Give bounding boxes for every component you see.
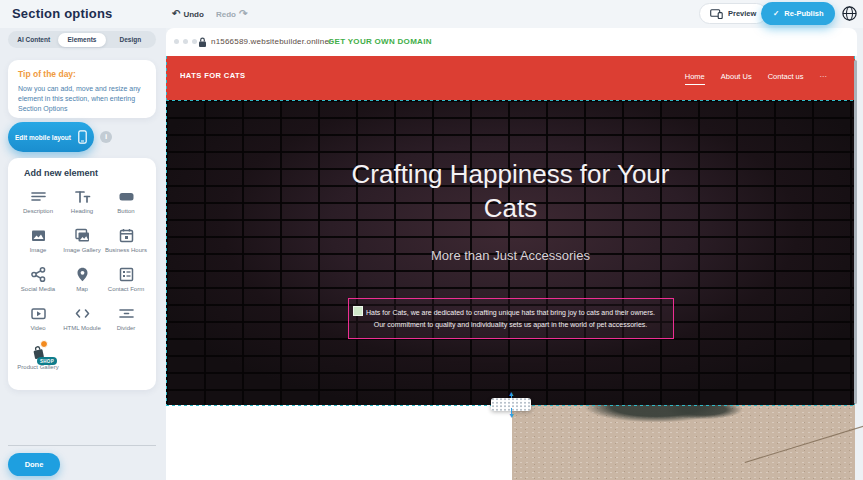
element-social-media[interactable]: Social Media	[16, 262, 60, 299]
business-hours-icon	[118, 227, 135, 244]
redo-icon: ↷	[239, 8, 247, 19]
lock-icon	[198, 37, 207, 48]
floor-seam-line	[745, 424, 863, 463]
add-element-title: Add new element	[24, 168, 148, 178]
carpet-photo	[512, 405, 855, 480]
page-title: Section options	[12, 6, 113, 21]
new-badge-icon	[40, 340, 48, 348]
tip-body: Now you can add, move and resize any ele…	[18, 84, 146, 114]
tab-elements[interactable]: Elements	[58, 33, 106, 47]
element-video[interactable]: Video	[16, 301, 60, 338]
info-icon[interactable]: i	[100, 131, 112, 143]
video-icon	[30, 305, 47, 322]
element-grid: Description Heading Button Image Image G…	[16, 184, 148, 377]
sidebar: AI Content Elements Design Tip of the da…	[0, 28, 166, 480]
url-text[interactable]: n1566589.websitebuilder.online/	[211, 28, 332, 56]
image-icon	[30, 227, 47, 244]
heading-icon	[74, 188, 91, 205]
undo-icon: ↶	[172, 8, 180, 19]
edit-mobile-layout-button[interactable]: Edit mobile layout	[8, 122, 94, 152]
element-button[interactable]: Button	[104, 184, 148, 221]
site-preview: HATS FOR CATS Home About Us Contact us ·…	[166, 56, 855, 480]
element-image[interactable]: Image	[16, 223, 60, 260]
sidebar-divider	[8, 445, 156, 446]
nav-about-us[interactable]: About Us	[721, 72, 752, 84]
element-product-gallery[interactable]: SHOP Product Gallery	[16, 340, 60, 377]
element-drag-handle[interactable]	[353, 306, 363, 316]
preview-label: Preview	[728, 9, 756, 18]
element-map[interactable]: Map	[60, 262, 104, 299]
hero-heading[interactable]: Crafting Happiness for Your Cats	[166, 158, 855, 226]
republish-label: Re-Publish	[784, 9, 823, 18]
devices-icon	[710, 9, 723, 19]
preview-scrollbar[interactable]	[854, 60, 857, 404]
add-element-panel: Add new element Description Heading Butt…	[8, 158, 156, 390]
globe-icon[interactable]	[841, 5, 858, 22]
browser-chrome: n1566589.websitebuilder.online/ GET YOUR…	[166, 28, 857, 56]
tab-design[interactable]: Design	[106, 33, 154, 47]
description-text: Hats for Cats, we are dedicated to craft…	[361, 307, 661, 330]
get-domain-link[interactable]: GET YOUR OWN DOMAIN	[328, 28, 432, 56]
preview-button[interactable]: Preview	[699, 3, 767, 24]
element-divider[interactable]: Divider	[104, 301, 148, 338]
element-description[interactable]: Description	[16, 184, 60, 221]
redo-button[interactable]: Redo↷	[216, 8, 247, 19]
button-icon	[118, 188, 135, 205]
phone-icon	[78, 130, 87, 144]
section-tabs: AI Content Elements Design	[8, 31, 156, 48]
hero-section[interactable]: Crafting Happiness for Your Cats More th…	[166, 100, 855, 405]
tip-title: Tip of the day:	[18, 69, 146, 79]
done-button[interactable]: Done	[8, 453, 60, 476]
republish-button[interactable]: ✓ Re-Publish	[761, 2, 835, 25]
hero-subheading[interactable]: More than Just Accessories	[166, 248, 855, 263]
nav-more-icon[interactable]: ···	[820, 72, 828, 84]
resize-arrow-down-icon: ▼	[508, 412, 515, 419]
contact-form-icon	[118, 266, 135, 283]
shop-badge: SHOP	[37, 357, 57, 365]
element-contact-form[interactable]: Contact Form	[104, 262, 148, 299]
divider-icon	[118, 305, 135, 322]
element-business-hours[interactable]: Business Hours	[104, 223, 148, 260]
site-header[interactable]: HATS FOR CATS Home About Us Contact us ·…	[166, 56, 855, 100]
undo-button[interactable]: ↶Undo	[172, 8, 204, 19]
nav-contact-us[interactable]: Contact us	[768, 72, 804, 84]
description-icon	[30, 188, 47, 205]
section-guide-left	[166, 56, 167, 405]
social-media-icon	[30, 266, 47, 283]
element-image-gallery[interactable]: Image Gallery	[60, 223, 104, 260]
element-heading[interactable]: Heading	[60, 184, 104, 221]
edit-mobile-label: Edit mobile layout	[15, 134, 71, 141]
section-guide-top	[166, 100, 855, 101]
tab-ai-content[interactable]: AI Content	[10, 33, 58, 47]
site-logo[interactable]: HATS FOR CATS	[180, 71, 245, 80]
nav-home[interactable]: Home	[685, 72, 705, 85]
window-dots-icon	[174, 39, 197, 44]
description-textbox[interactable]: Hats for Cats, we are dedicated to craft…	[348, 298, 674, 339]
element-html-module[interactable]: HTML Module	[60, 301, 104, 338]
html-module-icon	[74, 305, 91, 322]
check-icon: ✓	[773, 9, 779, 18]
site-nav: Home About Us Contact us ···	[685, 56, 827, 100]
tip-card: Tip of the day: Now you can add, move an…	[8, 60, 156, 118]
editor-topbar: Section options ↶Undo Redo↷ Preview ✓ Re…	[0, 0, 863, 28]
map-icon	[74, 266, 91, 283]
image-gallery-icon	[74, 227, 91, 244]
